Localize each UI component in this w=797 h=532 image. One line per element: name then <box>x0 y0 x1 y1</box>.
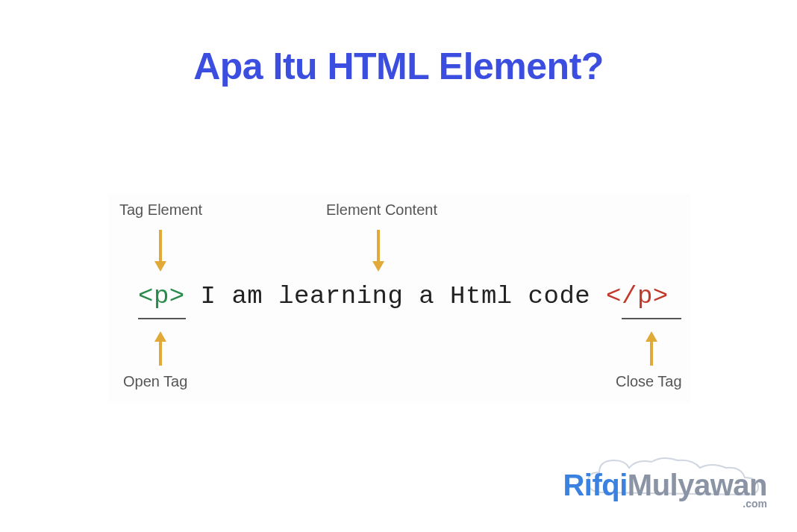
svg-marker-3 <box>372 261 384 272</box>
svg-marker-7 <box>646 331 657 342</box>
svg-marker-1 <box>154 261 166 272</box>
label-element-content: Element Content <box>326 201 437 219</box>
label-open-tag: Open Tag <box>123 373 187 390</box>
open-tag-text: <p> <box>138 282 185 310</box>
content-text: I am learning a Html code <box>185 282 606 310</box>
arrow-up-icon <box>153 331 168 366</box>
watermark-part2: Mulyawan <box>628 469 767 501</box>
close-tag-text: </p> <box>606 282 669 310</box>
underline-open-tag <box>138 318 186 319</box>
label-tag-element: Tag Element <box>119 201 202 219</box>
arrow-down-icon <box>153 230 168 272</box>
svg-marker-5 <box>154 331 166 342</box>
label-close-tag: Close Tag <box>616 373 682 390</box>
watermark-part1: Rifqi <box>563 469 627 501</box>
html-element-diagram: Tag Element Element Content Open Tag Clo… <box>108 194 690 403</box>
watermark: RifqiMulyawan .com <box>563 469 767 510</box>
arrow-up-icon <box>644 331 659 366</box>
arrow-down-icon <box>371 230 386 272</box>
code-line: <p> I am learning a Html code </p> <box>138 282 669 310</box>
page-title: Apa Itu HTML Element? <box>0 45 797 88</box>
underline-close-tag <box>622 318 681 319</box>
